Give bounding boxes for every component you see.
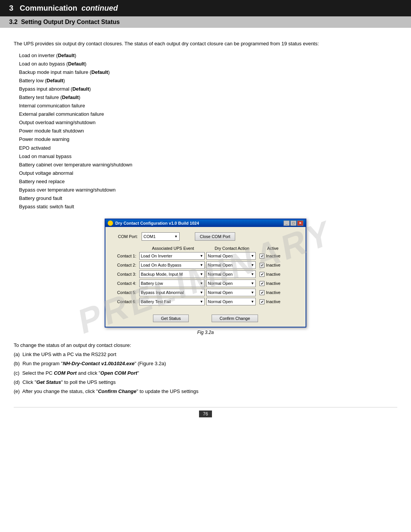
contact-5-event-dropdown[interactable]: Bypass Input Abnormal ▼ <box>139 289 205 296</box>
header-active: Active <box>258 246 288 251</box>
titlebar-left: Dry Contact Configuration v1.0 Build 102… <box>108 220 199 226</box>
page-number-area: 76 <box>14 407 397 417</box>
contact-5-action-dropdown[interactable]: Normal Open ▼ <box>206 289 256 296</box>
header-event: Associated UPS Event <box>140 246 206 251</box>
contact-1-action-dropdown[interactable]: Normal Open ▼ <box>206 252 256 260</box>
contact-2-event-value: Load On Auto Bypass <box>141 263 181 267</box>
contact-3-event-dropdown[interactable]: Backup Mode, Input M ▼ <box>139 270 205 278</box>
contact-2-checkbox[interactable]: ✔ <box>260 263 264 268</box>
bottom-intro: To change the status of an output dry co… <box>14 341 397 350</box>
contact-5-action-value: Normal Open <box>208 290 233 295</box>
page-number: 76 <box>199 411 212 417</box>
list-item: Load on auto bypass (Default) <box>18 60 397 68</box>
header-action: Dry Contact Action <box>206 246 258 251</box>
contact-3-action-dropdown[interactable]: Normal Open ▼ <box>206 270 256 278</box>
contact-1-event-dropdown[interactable]: Load On Inverter ▼ <box>139 252 205 260</box>
contact-1-active-cell: ✔ Inactive <box>257 254 288 259</box>
list-item: Power module fault shutdown <box>18 127 397 135</box>
com-port-dropdown-arrow: ▼ <box>174 235 178 238</box>
contact-2-action-value: Normal Open <box>208 263 233 267</box>
contact-4-event-dropdown[interactable]: Battery Low ▼ <box>139 280 205 287</box>
contact-6-action-dropdown[interactable]: Normal Open ▼ <box>206 298 256 305</box>
dialog-window: Dry Contact Configuration v1.0 Build 102… <box>105 219 306 328</box>
list-item: Battery cabinet over temperature warning… <box>18 161 397 169</box>
list-item: Output voltage abnormal <box>18 169 397 177</box>
contact-3-label: Contact 3: <box>113 272 138 276</box>
dialog-title: Dry Contact Configuration v1.0 Build 102… <box>115 221 199 225</box>
fig-caption: Fig 3.2a <box>197 330 213 335</box>
contact-5-checkbox[interactable]: ✔ <box>260 290 264 295</box>
list-item: Bypass static switch fault <box>18 203 397 211</box>
contact-row-3: Contact 3: Backup Mode, Input M ▼ Normal… <box>113 270 298 278</box>
contact-2-action-dropdown[interactable]: Normal Open ▼ <box>206 261 256 269</box>
maximize-button[interactable]: □ <box>290 220 296 226</box>
contact-5-event-value: Bypass Input Abnormal <box>141 290 184 295</box>
contact-4-active-label: Inactive <box>266 281 280 286</box>
dialog-screenshot-area: PRELIMINARY Dry Contact Configuration v1… <box>14 219 397 335</box>
com-port-label: COM Port: <box>113 234 138 239</box>
contact-4-action-dropdown[interactable]: Normal Open ▼ <box>206 280 256 287</box>
contact-1-checkbox[interactable]: ✔ <box>260 254 264 259</box>
contact-5-action-arrow: ▼ <box>251 291 254 294</box>
contact-4-label: Contact 4: <box>113 281 138 286</box>
contact-1-event-value: Load On Inverter <box>141 254 172 258</box>
close-button[interactable]: ✕ <box>297 220 303 226</box>
contact-4-action-value: Normal Open <box>208 281 233 286</box>
contact-3-action-arrow: ▼ <box>251 272 254 276</box>
contact-6-event-dropdown[interactable]: Battery Test Fail ▼ <box>139 298 205 305</box>
contact-6-checkbox[interactable]: ✔ <box>260 299 264 304</box>
step-b: (b) Run the program "NH-Dry-Contact v1.0… <box>14 359 397 368</box>
step-a: (a) Link the UPS with a PC via the RS232… <box>14 350 397 359</box>
section-header: 3.2 Setting Output Dry Contact Status <box>0 16 411 28</box>
contact-3-active-label: Inactive <box>266 272 280 276</box>
contact-row-6: Contact 6: Battery Test Fail ▼ Normal Op… <box>113 298 298 305</box>
titlebar-buttons[interactable]: _ □ ✕ <box>284 220 303 226</box>
contact-3-active-cell: ✔ Inactive <box>257 272 288 277</box>
contact-3-event-arrow: ▼ <box>200 272 203 276</box>
contact-1-action-arrow: ▼ <box>251 254 254 258</box>
contact-6-active-label: Inactive <box>266 299 280 304</box>
list-item: Backup mode input main failure (Default) <box>18 68 397 77</box>
com-port-row: COM Port: COM1 ▼ Close COM Port <box>113 232 298 241</box>
dialog-icon <box>108 220 113 226</box>
contact-4-checkbox[interactable]: ✔ <box>260 281 264 286</box>
com-port-value: COM1 <box>143 234 156 239</box>
contact-3-checkbox[interactable]: ✔ <box>260 272 264 277</box>
confirm-change-button[interactable]: Confirm Change <box>212 315 258 322</box>
section-title: Setting Output Dry Contact Status <box>21 19 120 25</box>
get-status-button[interactable]: Get Status <box>153 315 189 322</box>
contact-6-action-value: Normal Open <box>208 299 233 304</box>
intro-text: The UPS provides six output dry contact … <box>14 40 397 48</box>
list-item: EPO activated <box>18 144 397 152</box>
event-list: Load on inverter (Default) Load on auto … <box>18 51 397 211</box>
contact-3-event-value: Backup Mode, Input M <box>141 272 183 276</box>
contact-4-action-arrow: ▼ <box>251 281 254 285</box>
contact-5-active-label: Inactive <box>266 290 280 295</box>
list-item: Internal communication failure <box>18 102 397 110</box>
contact-6-event-value: Battery Test Fail <box>141 299 171 304</box>
list-item: Battery test failure (Default) <box>18 93 397 102</box>
contact-2-label: Contact 2: <box>113 263 138 267</box>
close-com-port-button[interactable]: Close COM Port <box>195 232 235 241</box>
contact-4-event-arrow: ▼ <box>200 281 203 285</box>
contact-4-event-value: Battery Low <box>141 281 163 286</box>
contact-1-active-label: Inactive <box>266 254 280 258</box>
chapter-number: 3 <box>9 4 13 12</box>
section-number: 3.2 <box>9 19 18 25</box>
list-item: Load on inverter (Default) <box>18 51 397 60</box>
contact-2-event-dropdown[interactable]: Load On Auto Bypass ▼ <box>139 261 205 269</box>
minimize-button[interactable]: _ <box>284 220 290 226</box>
contact-2-active-label: Inactive <box>266 263 280 267</box>
dialog-body: COM Port: COM1 ▼ Close COM Port Associat… <box>105 227 306 311</box>
list-item: Battery need replace <box>18 177 397 186</box>
list-item: External parallel communication failure <box>18 110 397 118</box>
chapter-header: 3 Communication continued <box>0 0 411 16</box>
table-header-row: Associated UPS Event Dry Contact Action … <box>113 246 298 251</box>
com-port-select[interactable]: COM1 ▼ <box>142 232 180 241</box>
contact-1-event-arrow: ▼ <box>200 254 203 258</box>
step-e: (e) After you change the status, click "… <box>14 387 397 396</box>
contact-2-action-arrow: ▼ <box>251 263 254 267</box>
contact-5-active-cell: ✔ Inactive <box>257 290 288 295</box>
list-item: Battery low (Default) <box>18 77 397 85</box>
list-item: Bypass input abnormal (Default) <box>18 85 397 93</box>
